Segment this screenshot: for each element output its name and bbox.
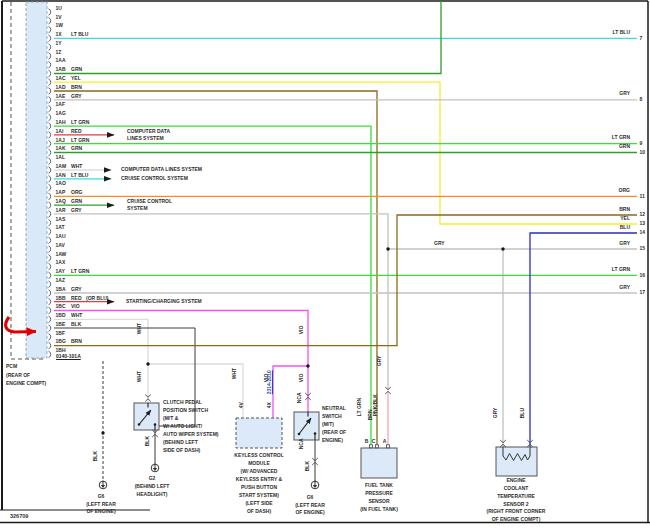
wire-1bc-vio-4x — [273, 366, 308, 418]
pin-terminal-1BA — [49, 290, 51, 296]
pcm-connector-block — [11, 2, 51, 359]
pin-terminal-1V — [49, 18, 51, 24]
pin-terminal-1X — [49, 35, 51, 41]
pin-terminal-1AW — [49, 255, 51, 261]
wire-1ad-brn — [54, 91, 377, 448]
junction-dot — [386, 247, 389, 250]
wiring-diagram-canvas — [0, 0, 650, 528]
pin-terminal-1AM — [49, 167, 51, 173]
pin-terminal-1BC — [49, 307, 51, 313]
wire-1bg-brn — [54, 215, 637, 346]
pcm-location-line1: (REAR OF — [6, 372, 30, 378]
pin-terminal-1AE — [49, 97, 51, 103]
pin-terminal-1AT — [49, 228, 51, 234]
pin-terminal-1AP — [49, 193, 51, 199]
ground-symbol — [311, 481, 319, 489]
pin-terminal-1AK — [49, 149, 51, 155]
pin-terminal-1AZ — [49, 281, 51, 287]
pin-terminal-1AV — [49, 246, 51, 252]
pin-terminal-1BG — [49, 342, 51, 348]
pin-terminal-1AX — [49, 263, 51, 269]
pin-terminal-1AI — [49, 132, 51, 138]
keyless-control-module-box — [236, 418, 282, 448]
wire-1be-blk — [54, 328, 195, 426]
pin-terminal-1AJ — [49, 141, 51, 147]
wiring-diagram-page: 1U1V1W1XLT BLU1Y1Z1AA1ABGRN1ACYEL1ADBRN1… — [0, 0, 650, 528]
pcm-connector-link[interactable]: 0140-101A — [56, 353, 81, 359]
fuel-tank-pressure-sensor-box — [361, 448, 397, 478]
ground-symbol — [151, 464, 159, 472]
pin-terminal-1AA — [49, 62, 51, 68]
engine-coolant-temp-sensor-2-box — [496, 447, 537, 476]
pin-terminal-1AU — [49, 237, 51, 243]
junction-dot — [146, 362, 149, 365]
wire-1bd-wht — [54, 319, 148, 403]
pin-terminal-1AL — [49, 158, 51, 164]
junction-dot — [306, 364, 309, 367]
pin-terminal-1BE — [49, 325, 51, 331]
pin-terminal-1AQ — [49, 202, 51, 208]
pin-terminal-1AS — [49, 220, 51, 226]
pin-terminal-1AR — [49, 211, 51, 217]
pcm-location-line2: ENGINE COMPT) — [6, 380, 46, 386]
pcm-title: PCM — [6, 363, 17, 369]
wire-ect-blu — [530, 233, 637, 447]
pin-terminal-1U — [49, 9, 51, 15]
pin-terminal-1BF — [49, 334, 51, 340]
pin-terminal-1Z — [49, 53, 51, 59]
pin-terminal-1AF — [49, 105, 51, 111]
pin-terminal-1AN — [49, 176, 51, 182]
pin-terminal-1AO — [49, 184, 51, 190]
wire-1ah-ltgrn — [54, 126, 371, 448]
pin-terminal-1AY — [49, 272, 51, 278]
wire-1ab-grn — [54, 1, 441, 74]
ground-symbol — [99, 481, 107, 489]
pin-terminal-1BB — [49, 299, 51, 305]
pin-terminal-1Y — [49, 44, 51, 50]
page-frame — [0, 1, 650, 523]
sheet-number: 326709 — [10, 513, 28, 519]
pin-terminal-1BH — [49, 351, 51, 357]
pin-terminal-1AC — [49, 79, 51, 85]
pin-terminal-1W — [49, 26, 51, 32]
pin-terminal-1AG — [49, 114, 51, 120]
junction-dot — [501, 247, 504, 250]
pin-terminal-1BD — [49, 316, 51, 322]
junction-dot — [101, 431, 104, 434]
wire-1bc-vio — [54, 311, 308, 413]
pin-terminal-1AB — [49, 70, 51, 76]
pin-terminal-1AH — [49, 123, 51, 129]
pin-terminal-1AD — [49, 88, 51, 94]
